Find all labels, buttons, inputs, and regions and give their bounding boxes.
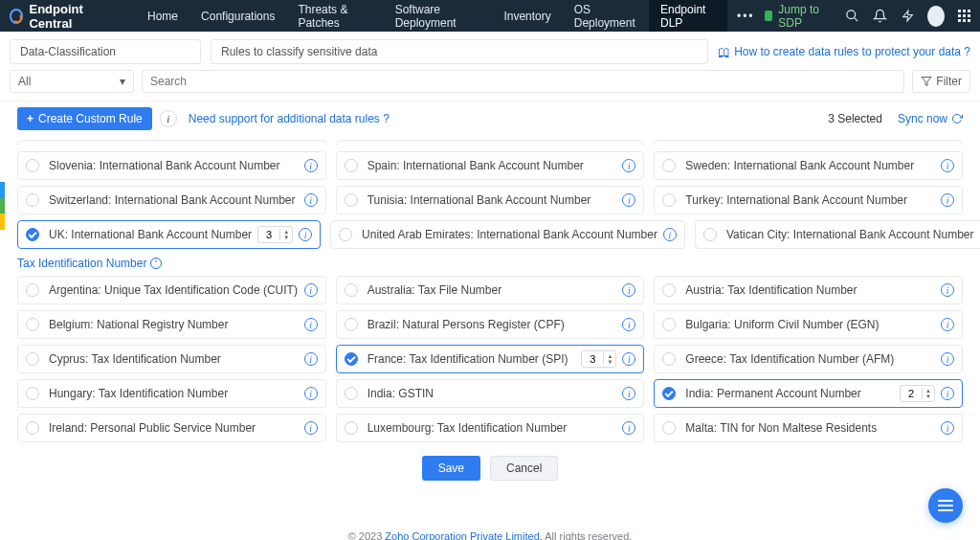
rule-info-icon[interactable]: i [941,159,954,172]
rule-info-icon[interactable]: i [622,387,635,400]
rule-card[interactable]: Tunisia: International Bank Account Numb… [336,186,645,214]
rule-card[interactable]: Luxembourg: Tax Identification Numberi [336,414,645,442]
rule-info-icon[interactable]: i [941,318,954,331]
rule-info-icon[interactable]: i [304,421,318,435]
rule-info-icon[interactable]: i [941,387,954,400]
rule-card[interactable]: Greece: Tax Identification Number (AFM)i [654,345,963,373]
help-link[interactable]: 🕮 How to create data rules to protect yo… [718,45,970,59]
rule-checkbox[interactable] [662,193,676,207]
rule-card[interactable]: Slovenia: International Bank Account Num… [17,151,326,180]
side-feedback-tab[interactable] [0,182,5,230]
rule-card[interactable]: Cyprus: Tax Identification Numberi [17,345,326,373]
stepper-arrows[interactable]: ▲▼ [603,353,615,365]
filter-button[interactable]: Filter [912,70,970,93]
breadcrumb-a[interactable]: Data-Classification [10,39,201,64]
rule-card[interactable]: Brazil: Natural Persons Register (CPF)i [336,310,645,339]
rule-info-icon[interactable]: i [304,159,318,172]
rule-info-icon[interactable]: i [622,421,635,435]
rule-checkbox[interactable] [345,193,358,207]
rule-checkbox[interactable] [703,228,717,241]
apps-grid-icon[interactable] [958,10,970,22]
create-custom-rule-button[interactable]: + Create Custom Rule [17,107,152,130]
rule-info-icon[interactable]: i [622,193,635,207]
rule-card[interactable]: Malta: TIN for Non Maltese Residentsi [654,414,963,442]
rule-checkbox[interactable] [26,421,39,435]
rule-card[interactable]: Australia: Tax File Numberi [336,276,645,304]
rule-info-icon[interactable]: i [941,352,954,366]
cancel-button[interactable]: Cancel [490,456,558,481]
bolt-icon[interactable] [901,8,914,24]
search-input[interactable] [142,70,904,93]
rule-card[interactable]: Ireland: Personal Public Service Numberi [17,414,326,442]
rule-info-icon[interactable]: i [663,228,677,241]
nav-item-configurations[interactable]: Configurations [189,0,286,32]
rule-checkbox[interactable] [26,228,39,241]
rule-info-icon[interactable]: i [622,352,635,366]
info-icon[interactable]: i [160,110,177,127]
rule-checkbox[interactable] [662,387,676,400]
rule-info-icon[interactable]: i [299,228,312,241]
rule-card[interactable]: Belgium: National Registry Numberi [17,310,326,339]
rule-card[interactable]: Austria: Tax Identification Numberi [654,276,963,304]
nav-more[interactable]: ••• [727,10,765,23]
rule-checkbox[interactable] [26,159,39,172]
rule-info-icon[interactable]: i [622,159,635,172]
need-support-link[interactable]: Need support for additional data rules ? [189,112,390,125]
rule-checkbox[interactable] [345,283,358,297]
rule-card[interactable]: India: GSTINi [336,379,645,408]
footer-link[interactable]: Zoho Corporation Private Limited. [385,530,542,540]
rule-checkbox[interactable] [26,352,39,366]
search-icon[interactable] [845,8,859,24]
bell-icon[interactable] [873,8,887,24]
rule-checkbox[interactable] [345,352,358,366]
rule-info-icon[interactable]: i [622,283,635,297]
rule-checkbox[interactable] [345,421,358,435]
rule-checkbox[interactable] [26,387,39,400]
app-logo[interactable]: Endpoint Central [10,2,117,31]
rule-card[interactable]: Bulgaria: Uniform Civil Number (EGN)i [654,310,963,339]
rule-count-stepper[interactable]: ▲▼ [257,226,293,243]
chat-fab[interactable] [928,488,963,523]
nav-item-endpoint-dlp[interactable]: Endpoint DLP [649,0,727,32]
rule-count-stepper[interactable]: ▲▼ [581,350,616,368]
rule-info-icon[interactable]: i [304,283,318,297]
rule-card[interactable]: Hungary: Tax Identification Numberi [17,379,326,408]
rule-card[interactable]: United Arab Emirates: International Bank… [330,220,685,249]
rule-card[interactable]: Spain: International Bank Account Number… [336,151,645,180]
section-tax-id[interactable]: Tax Identification Number ˄ [17,257,963,270]
nav-item-software-deployment[interactable]: Software Deployment [384,0,493,32]
rule-info-icon[interactable]: i [304,318,318,331]
rule-card[interactable]: Vatican City: International Bank Account… [695,220,980,249]
rule-card[interactable]: Sweden: International Bank Account Numbe… [654,151,963,180]
breadcrumb-b[interactable]: Rules to classify sensitive data [211,39,708,64]
rule-info-icon[interactable]: i [941,193,954,207]
rule-checkbox[interactable] [662,159,676,172]
rule-checkbox[interactable] [345,387,358,400]
rule-checkbox[interactable] [339,228,352,241]
stepper-input[interactable] [258,229,279,240]
rule-checkbox[interactable] [345,318,358,331]
rule-card[interactable]: Switzerland: International Bank Account … [17,186,326,214]
rule-checkbox[interactable] [26,283,39,297]
filter-dropdown[interactable]: All ▾ [10,70,134,93]
nav-item-threats-patches[interactable]: Threats & Patches [286,0,383,32]
rule-checkbox[interactable] [345,159,358,172]
stepper-input[interactable] [582,353,603,365]
rule-checkbox[interactable] [26,318,39,331]
rule-card[interactable]: France: Tax Identification Number (SPI)▲… [336,345,645,373]
rule-count-stepper[interactable]: ▲▼ [900,385,935,402]
nav-item-inventory[interactable]: Inventory [492,0,562,32]
stepper-arrows[interactable]: ▲▼ [279,229,292,240]
jump-to-sdp[interactable]: Jump to SDP [765,3,833,30]
rule-card[interactable]: Argentina: Unique Tax Identification Cod… [17,276,326,304]
rule-checkbox[interactable] [662,421,676,435]
stepper-input[interactable] [901,388,922,399]
rule-card[interactable]: India: Permanent Account Number▲▼i [654,379,963,408]
rule-checkbox[interactable] [662,352,676,366]
rule-checkbox[interactable] [662,283,676,297]
rule-checkbox[interactable] [26,193,39,207]
avatar[interactable] [927,6,945,27]
save-button[interactable]: Save [422,456,480,481]
rule-info-icon[interactable]: i [941,283,954,297]
rule-card[interactable]: Turkey: International Bank Account Numbe… [654,186,963,214]
